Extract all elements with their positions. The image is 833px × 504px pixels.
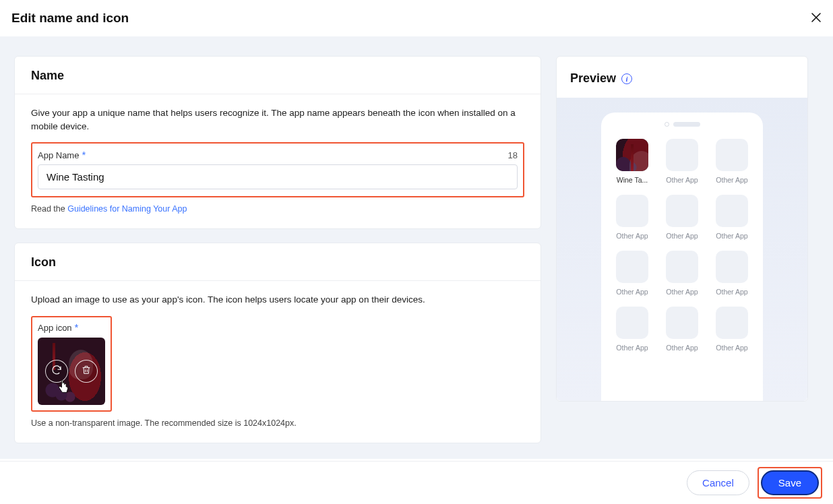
cancel-button[interactable]: Cancel	[687, 470, 749, 495]
device-preview-area: Wine Ta... Other App Other App Other App…	[557, 98, 807, 401]
app-name-char-count: 18	[508, 150, 518, 160]
phone-camera-dot	[665, 122, 669, 127]
home-screen-grid: Wine Ta... Other App Other App Other App…	[613, 139, 751, 352]
app-slot-placeholder: Other App	[663, 139, 701, 184]
replace-icon-button[interactable]	[45, 360, 68, 383]
name-heading: Name	[31, 69, 524, 83]
app-slot-placeholder: Other App	[713, 251, 751, 296]
naming-guidelines-link[interactable]: Guidelines for Naming Your App	[67, 204, 187, 214]
phone-speaker-pill	[673, 122, 700, 127]
preview-heading: Preview	[570, 71, 616, 86]
left-column: Name Give your app a unique name that he…	[14, 56, 541, 439]
app-slot-placeholder: Other App	[713, 139, 751, 184]
close-icon	[811, 9, 822, 26]
app-slot-current: Wine Ta...	[613, 139, 651, 184]
dialog-header: Edit name and icon	[0, 0, 833, 36]
app-slot-placeholder: Other App	[663, 251, 701, 296]
app-slot-placeholder: Other App	[613, 307, 651, 352]
phone-speaker-area	[613, 122, 751, 127]
save-button-highlight: Save	[758, 467, 822, 499]
app-name-field-highlight: App Name* 18	[31, 142, 524, 197]
app-slot-placeholder: Other App	[713, 195, 751, 240]
close-button[interactable]	[811, 11, 822, 26]
app-slot-placeholder: Other App	[663, 307, 701, 352]
preview-app-label: Wine Ta...	[617, 176, 648, 184]
app-name-input[interactable]	[38, 164, 518, 189]
dialog-content: Name Give your app a unique name that he…	[0, 36, 833, 459]
save-button[interactable]: Save	[761, 470, 819, 495]
dialog-footer: Cancel Save	[0, 461, 833, 504]
required-asterisk: *	[82, 149, 86, 160]
app-icon-hint: Use a non-transparent image. The recomme…	[31, 418, 524, 428]
phone-mock: Wine Ta... Other App Other App Other App…	[601, 113, 763, 401]
app-slot-placeholder: Other App	[713, 307, 751, 352]
icon-description: Upload an image to use as your app's ico…	[31, 293, 524, 307]
app-name-label: App Name*	[38, 149, 86, 160]
trash-icon	[81, 365, 92, 377]
app-icon-thumbnail	[38, 338, 105, 405]
icon-card: Icon Upload an image to use as your app'…	[14, 243, 541, 443]
refresh-icon	[51, 364, 63, 378]
app-slot-placeholder: Other App	[613, 251, 651, 296]
icon-heading: Icon	[31, 255, 524, 270]
name-description: Give your app a unique name that helps u…	[31, 106, 524, 133]
required-asterisk: *	[75, 321, 79, 333]
dialog-title: Edit name and icon	[11, 11, 129, 26]
preview-app-icon	[616, 139, 648, 171]
info-icon[interactable]: i	[621, 73, 632, 84]
app-slot-placeholder: Other App	[613, 195, 651, 240]
app-slot-placeholder: Other App	[663, 195, 701, 240]
delete-icon-button[interactable]	[75, 360, 98, 383]
app-icon-field-highlight: App icon*	[31, 316, 112, 412]
app-name-hint: Read the Guidelines for Naming Your App	[31, 204, 524, 214]
name-card: Name Give your app a unique name that he…	[14, 56, 541, 229]
preview-card: Preview i Wine Ta... Other App	[556, 56, 808, 402]
app-icon-label: App icon*	[38, 323, 78, 333]
right-column: Preview i Wine Ta... Other App	[556, 56, 808, 439]
